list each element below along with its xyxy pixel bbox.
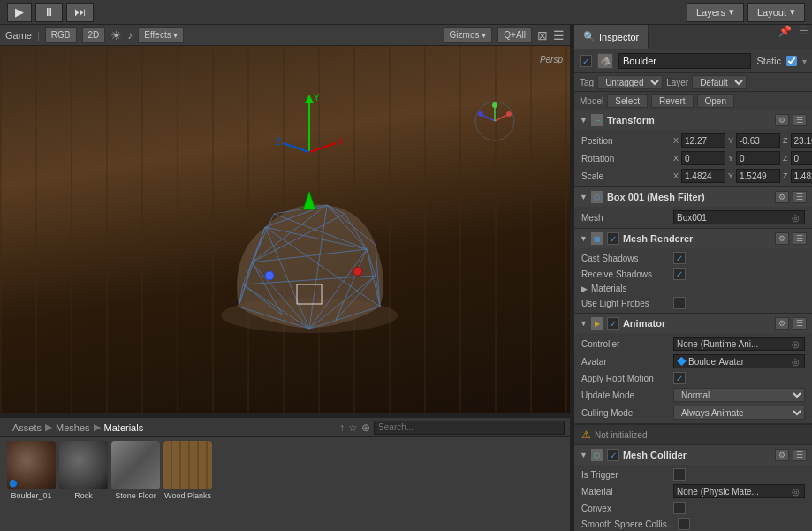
transform-header[interactable]: ▼ ↔ Transform ⚙ ☰ bbox=[574, 110, 812, 130]
mesh-filter-settings-btn[interactable]: ⚙ bbox=[775, 191, 789, 203]
mesh-collider-settings-btn[interactable]: ⚙ bbox=[775, 449, 789, 461]
animator-settings-btn[interactable]: ⚙ bbox=[775, 317, 789, 330]
controller-field[interactable]: None (Runtime Ani... ◎ bbox=[673, 337, 805, 351]
scale-y-input[interactable] bbox=[736, 169, 780, 183]
scale-z-input[interactable] bbox=[791, 169, 812, 183]
scene-gizmo[interactable] bbox=[473, 99, 517, 143]
collider-material-field[interactable]: None (Physic Mate... ◎ bbox=[673, 484, 805, 498]
is-trigger-label: Is Trigger bbox=[581, 470, 670, 480]
scene-3d[interactable]: Y X Z bbox=[0, 46, 570, 413]
update-mode-dropdown[interactable]: Normal bbox=[673, 388, 805, 402]
materials-section-header[interactable]: ▶ Materials bbox=[574, 282, 812, 295]
rotation-label: Rotation bbox=[581, 154, 670, 163]
position-y-input[interactable] bbox=[736, 133, 780, 148]
mesh-collider-menu-btn[interactable]: ☰ bbox=[793, 449, 807, 461]
cast-shadows-checkbox[interactable] bbox=[673, 252, 686, 264]
use-light-probes-checkbox[interactable] bbox=[673, 297, 686, 309]
open-model-btn[interactable]: Open bbox=[697, 94, 734, 108]
breadcrumb-assets[interactable]: Assets bbox=[12, 422, 42, 433]
mesh-filter-menu-btn[interactable]: ☰ bbox=[793, 191, 807, 203]
culling-mode-dropdown[interactable]: Always Animate bbox=[673, 406, 805, 420]
asset-boulder-01[interactable]: 🔵 Boulder_01 bbox=[7, 441, 56, 500]
object-name-input[interactable] bbox=[618, 53, 751, 69]
scale-xyz: X Y Z bbox=[673, 169, 812, 183]
avatar-select-btn[interactable]: ◎ bbox=[790, 357, 801, 367]
apply-root-motion-checkbox[interactable] bbox=[673, 372, 686, 384]
gizmos-btn[interactable]: Gizmos ▾ bbox=[444, 27, 493, 43]
inspector-menu-icon[interactable]: ☰ bbox=[795, 25, 812, 49]
select-model-btn[interactable]: Select bbox=[607, 94, 648, 108]
asset-wood-planks[interactable]: Wood Planks bbox=[163, 441, 212, 500]
pos-z-label: Z bbox=[783, 136, 788, 145]
rotation-x-input[interactable] bbox=[681, 151, 725, 165]
collider-material-select-btn[interactable]: ◎ bbox=[790, 487, 801, 497]
effects-btn[interactable]: Effects ▾ bbox=[138, 27, 184, 43]
rotation-z-input[interactable] bbox=[791, 151, 812, 165]
position-x-input[interactable] bbox=[681, 133, 725, 148]
static-dropdown-arrow[interactable]: ▾ bbox=[802, 57, 807, 66]
transform-settings-btn[interactable]: ⚙ bbox=[775, 114, 789, 126]
animator-enabled[interactable] bbox=[607, 317, 619, 330]
asset-rock[interactable]: Rock bbox=[59, 441, 108, 500]
separator: | bbox=[37, 30, 40, 41]
layout-dropdown[interactable]: Layout ▾ bbox=[747, 3, 805, 22]
pause-button[interactable]: ⏸ bbox=[35, 3, 63, 22]
smooth-sphere-checkbox[interactable] bbox=[678, 518, 690, 530]
mesh-filter-header[interactable]: ▼ ⬡ Box 001 (Mesh Filter) ⚙ ☰ bbox=[574, 187, 812, 207]
inspector-pin-icon[interactable]: 📌 bbox=[775, 25, 795, 49]
convex-checkbox[interactable] bbox=[673, 502, 686, 514]
update-mode-label: Update Mode bbox=[581, 391, 670, 400]
lock-icon[interactable]: ⊕ bbox=[361, 421, 370, 434]
transform-menu-btn[interactable]: ☰ bbox=[793, 114, 807, 126]
tag-dropdown[interactable]: Untagged bbox=[597, 75, 663, 89]
static-checkbox[interactable] bbox=[786, 56, 797, 66]
options-icon[interactable]: ☰ bbox=[553, 28, 565, 42]
mesh-renderer-enabled[interactable] bbox=[607, 232, 619, 245]
upload-icon[interactable]: ↑ bbox=[339, 421, 345, 434]
mesh-collider-icon: ⬡ bbox=[591, 449, 603, 461]
is-trigger-row: Is Trigger bbox=[574, 467, 812, 482]
controller-select-btn[interactable]: ◎ bbox=[790, 339, 801, 349]
rotation-y-input[interactable] bbox=[736, 151, 780, 165]
view-mode-btn[interactable]: 2D bbox=[82, 27, 106, 43]
sun-icon[interactable]: ☀ bbox=[110, 28, 122, 42]
mesh-collider-enabled[interactable] bbox=[607, 449, 619, 461]
mesh-filter-mesh-field[interactable]: Box001 ◎ bbox=[673, 210, 805, 224]
model-row: Model Select Revert Open bbox=[574, 92, 812, 110]
inspector-tab[interactable]: 🔍 Inspector bbox=[574, 25, 649, 49]
game-tab-label[interactable]: Game bbox=[5, 30, 32, 41]
game-viewport: Game | RGB 2D ☀ ♪ Effects ▾ Gizmos ▾ Q+A… bbox=[0, 25, 570, 413]
position-z-input[interactable] bbox=[791, 133, 812, 148]
animator-menu-btn[interactable]: ☰ bbox=[793, 317, 807, 330]
audio-icon[interactable]: ♪ bbox=[127, 29, 133, 42]
animator-header[interactable]: ▼ ▶ Animator ⚙ ☰ bbox=[574, 314, 812, 333]
layers-dropdown[interactable]: Layers ▾ bbox=[687, 3, 744, 22]
boulder-mesh[interactable] bbox=[212, 183, 406, 342]
maximize-icon[interactable]: ⊠ bbox=[537, 28, 548, 42]
receive-shadows-checkbox[interactable] bbox=[673, 268, 686, 280]
gizmos-chevron-icon: ▾ bbox=[482, 30, 486, 40]
breadcrumb-materials[interactable]: Materials bbox=[104, 422, 144, 433]
color-mode-btn[interactable]: RGB bbox=[45, 27, 77, 43]
asset-stone-floor[interactable]: Stone Floor bbox=[111, 441, 160, 500]
mesh-renderer-menu-btn[interactable]: ☰ bbox=[793, 232, 807, 245]
animator-collapse-icon: ▼ bbox=[580, 319, 588, 328]
breadcrumb-meshes[interactable]: Meshes bbox=[56, 422, 90, 433]
avatar-field[interactable]: 🔷 BoulderAvatar ◎ bbox=[673, 354, 805, 368]
assets-search-input[interactable] bbox=[374, 421, 565, 435]
mesh-renderer-settings-btn[interactable]: ⚙ bbox=[775, 232, 789, 245]
play-button[interactable]: ▶ bbox=[7, 3, 32, 22]
search-btn[interactable]: Q+All bbox=[497, 27, 532, 43]
mesh-collider-header[interactable]: ▼ ⬡ Mesh Collider ⚙ ☰ bbox=[574, 445, 812, 465]
object-enabled-checkbox[interactable] bbox=[580, 55, 592, 67]
is-trigger-checkbox[interactable] bbox=[673, 468, 686, 481]
step-button[interactable]: ⏭ bbox=[66, 3, 94, 22]
mesh-filter-select-btn[interactable]: ◎ bbox=[790, 213, 801, 223]
scale-x-input[interactable] bbox=[681, 169, 725, 183]
layer-dropdown[interactable]: Default bbox=[692, 75, 747, 89]
download-icon[interactable]: ☆ bbox=[348, 421, 358, 434]
mesh-renderer-header[interactable]: ▼ ▦ Mesh Renderer ⚙ ☰ bbox=[574, 229, 812, 248]
static-label: Static bbox=[756, 56, 781, 66]
mesh-collider-body: Is Trigger Material None (Physic Mate...… bbox=[574, 465, 812, 531]
revert-model-btn[interactable]: Revert bbox=[651, 94, 693, 108]
